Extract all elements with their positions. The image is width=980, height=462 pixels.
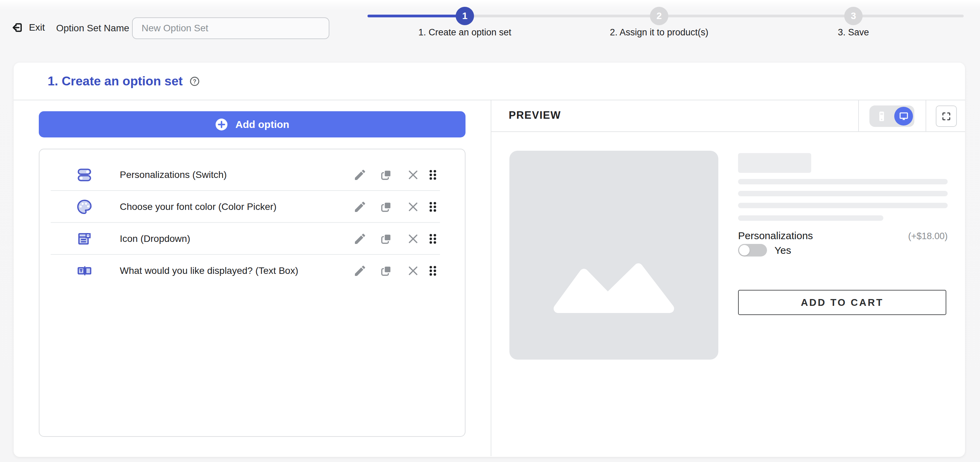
option-set-name-label: Option Set Name (56, 23, 129, 34)
option-row-label: What would you like displayed? (Text Box… (120, 265, 298, 276)
header-divider (926, 100, 926, 131)
image-placeholder-mountains-icon (550, 260, 677, 315)
mobile-icon (875, 110, 888, 123)
desktop-preview-button[interactable] (894, 107, 913, 125)
option-row-label: Icon (Dropdown) (120, 233, 190, 244)
switch-option-icon (76, 167, 92, 183)
stepper-track-active (368, 14, 467, 17)
color-picker-option-icon (76, 199, 92, 215)
delete-x-icon[interactable] (406, 264, 420, 278)
option-row-label: Choose your font color (Color Picker) (120, 202, 277, 212)
card-header: 1. Create an option set ? (14, 63, 965, 100)
duplicate-icon[interactable] (379, 200, 393, 214)
option-row-label: Personalizations (Switch) (120, 170, 227, 180)
step-2-number: 2 (656, 11, 662, 21)
text-box-option-icon (76, 263, 92, 279)
top-bar: Exit Option Set Name 1 2 3 1. Create an … (0, 0, 980, 55)
preview-content: Personalizations (+$18.00) Yes ADD TO CA… (492, 132, 965, 455)
skeleton-line (738, 191, 948, 196)
fullscreen-button[interactable] (936, 105, 957, 127)
step-1-label[interactable]: 1. Create an option set (360, 27, 570, 38)
preview-option-label: Personalizations (738, 230, 813, 241)
drag-handle-icon[interactable] (426, 168, 440, 182)
delete-x-icon[interactable] (406, 232, 420, 246)
plus-icon (215, 118, 228, 131)
preview-header: PREVIEW (492, 100, 965, 132)
product-image-placeholder (509, 151, 718, 360)
step-1-circle[interactable]: 1 (456, 7, 474, 25)
duplicate-icon[interactable] (379, 264, 393, 278)
edit-pencil-icon[interactable] (353, 200, 367, 214)
preview-title: PREVIEW (509, 109, 561, 121)
option-row-dropdown: Icon (Dropdown) (40, 223, 465, 255)
options-list: Personalizations (Switch) (39, 149, 466, 437)
option-row-text-box: What would you like displayed? (Text Box… (40, 255, 465, 287)
option-list-pane: Add option Personalizations (Switch) (14, 100, 491, 456)
fullscreen-icon (941, 111, 952, 122)
duplicate-icon[interactable] (379, 168, 393, 182)
step-3-circle[interactable]: 3 (844, 7, 862, 25)
exit-button[interactable]: Exit (11, 20, 45, 35)
delete-x-icon[interactable] (406, 200, 420, 214)
card-title: 1. Create an option set ? (48, 74, 200, 89)
wizard-stepper: 1 2 3 1. Create an option set 2. Assign … (368, 0, 964, 44)
dropdown-option-icon (76, 231, 92, 247)
header-divider (858, 100, 859, 131)
option-set-name-input[interactable] (132, 17, 329, 39)
step-1-number: 1 (462, 11, 468, 21)
step-2-label[interactable]: 2. Assign it to product(s) (554, 27, 765, 38)
skeleton-line (738, 179, 948, 184)
toggle-knob (739, 245, 749, 256)
mobile-preview-button[interactable] (872, 107, 891, 125)
edit-pencil-icon[interactable] (353, 168, 367, 182)
card-title-text: 1. Create an option set (48, 74, 183, 89)
delete-x-icon[interactable] (406, 168, 420, 182)
step-2-circle[interactable]: 2 (650, 7, 668, 25)
add-option-label: Add option (235, 119, 289, 130)
drag-handle-icon[interactable] (426, 264, 440, 278)
add-to-cart-button[interactable]: ADD TO CART (738, 290, 946, 315)
preview-switch-value: Yes (775, 244, 791, 256)
preview-pane: PREVIEW (491, 100, 965, 456)
option-set-builder-card: 1. Create an option set ? Add option (14, 63, 965, 457)
preview-switch-toggle[interactable] (738, 244, 767, 257)
preview-price-modifier: (+$18.00) (908, 231, 948, 241)
edit-pencil-icon[interactable] (353, 232, 367, 246)
exit-icon (11, 21, 24, 34)
skeleton-title-block (738, 153, 811, 173)
option-row-color-picker: Choose your font color (Color Picker) (40, 191, 465, 223)
device-toggle (869, 105, 914, 127)
exit-label: Exit (29, 22, 45, 33)
duplicate-icon[interactable] (379, 232, 393, 246)
step-3-number: 3 (851, 11, 856, 21)
edit-pencil-icon[interactable] (353, 264, 367, 278)
step-3-label[interactable]: 3. Save (748, 27, 959, 38)
drag-handle-icon[interactable] (426, 200, 440, 214)
desktop-icon (898, 110, 910, 122)
skeleton-line (738, 215, 883, 221)
drag-handle-icon[interactable] (426, 232, 440, 246)
option-row-switch: Personalizations (Switch) (40, 159, 465, 191)
skeleton-line (738, 203, 948, 208)
help-icon[interactable]: ? (189, 76, 200, 87)
add-option-button[interactable]: Add option (39, 111, 466, 137)
svg-text:?: ? (193, 78, 196, 84)
